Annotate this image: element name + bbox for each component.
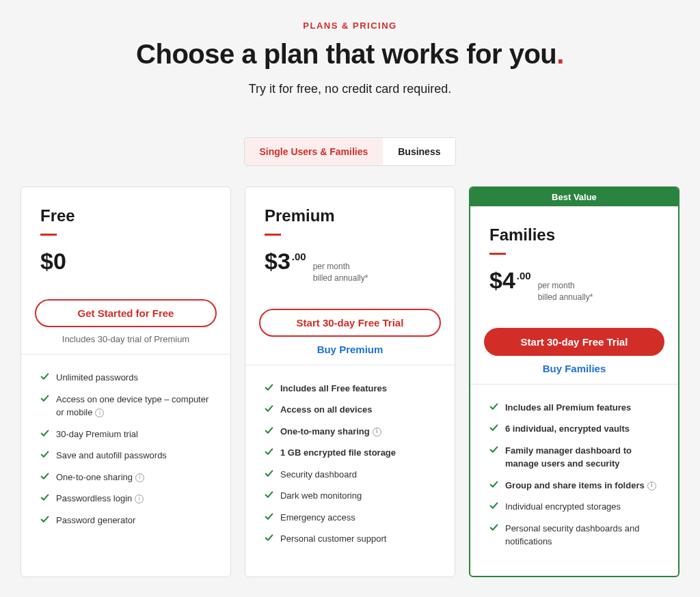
sub-cta: Includes 30-day trial of Premium bbox=[21, 334, 230, 344]
cta-button[interactable]: Start 30-day Free Trial bbox=[259, 309, 441, 337]
info-icon[interactable]: i bbox=[95, 408, 104, 417]
feature-text: Dark web monitoring bbox=[280, 489, 362, 503]
check-icon bbox=[40, 429, 49, 438]
feature-item: Access on one device type – computer or … bbox=[40, 393, 211, 419]
tab-single-users[interactable]: Single Users & Families bbox=[245, 138, 383, 165]
plan-card-families: Best ValueFamilies$4.00per monthbilled a… bbox=[469, 186, 679, 577]
cta-button[interactable]: Get Started for Free bbox=[35, 299, 217, 327]
feature-item: Password generator bbox=[40, 514, 211, 527]
cta-button[interactable]: Start 30-day Free Trial bbox=[484, 328, 664, 356]
feature-item: Individual encrypted storages bbox=[489, 500, 659, 514]
feature-text: 6 individual, encrypted vaults bbox=[505, 422, 630, 436]
feature-item: 6 individual, encrypted vaults bbox=[489, 422, 659, 436]
feature-text: Family manager dashboard to manage users… bbox=[505, 444, 659, 471]
feature-item: Dark web monitoring bbox=[265, 489, 435, 503]
check-icon bbox=[40, 372, 49, 381]
check-icon bbox=[265, 469, 273, 478]
check-icon bbox=[489, 402, 498, 411]
info-icon[interactable]: i bbox=[135, 495, 144, 503]
feature-item: 1 GB encrypted file storage bbox=[265, 446, 435, 460]
feature-list: Includes all Free featuresAccess on all … bbox=[245, 365, 455, 573]
feature-text: Emergency access bbox=[280, 511, 355, 525]
feature-text: Password generator bbox=[56, 514, 135, 527]
feature-item: Save and autofill passwords bbox=[40, 449, 211, 462]
feature-item: Group and share items in foldersi bbox=[489, 479, 659, 492]
feature-text: Group and share items in foldersi bbox=[505, 479, 656, 492]
plan-price: $3.00 bbox=[265, 248, 306, 275]
check-icon bbox=[489, 445, 498, 454]
headline-text: Choose a plan that works for you bbox=[136, 39, 556, 69]
feature-text: One-to-many sharingi bbox=[280, 425, 381, 439]
headline-dot: . bbox=[556, 39, 564, 69]
feature-text: One-to-one sharingi bbox=[56, 471, 144, 484]
info-icon[interactable]: i bbox=[647, 482, 656, 490]
check-icon bbox=[265, 404, 273, 413]
check-icon bbox=[489, 424, 498, 432]
feature-item: Access on all devices bbox=[265, 403, 435, 417]
feature-text: Save and autofill passwords bbox=[56, 449, 167, 462]
feature-text: Unlimited passwords bbox=[56, 371, 138, 385]
price-meta: per monthbilled annually* bbox=[538, 280, 593, 303]
feature-text: Security dashboard bbox=[280, 468, 357, 482]
feature-text: Access on one device type – computer or … bbox=[56, 393, 211, 419]
feature-item: One-to-one sharingi bbox=[40, 471, 211, 484]
plan-card-free: Free$0Get Started for FreeIncludes 30-da… bbox=[21, 186, 231, 577]
feature-text: Includes all Premium features bbox=[505, 401, 631, 415]
check-icon bbox=[40, 493, 49, 502]
feature-item: Includes all Free features bbox=[265, 382, 435, 395]
feature-text: Personal customer support bbox=[280, 532, 386, 546]
tab-business[interactable]: Business bbox=[383, 138, 455, 165]
check-icon bbox=[265, 447, 273, 456]
feature-item: Emergency access bbox=[265, 511, 435, 525]
feature-text: Personal security dashboards and notific… bbox=[505, 522, 659, 549]
feature-list: Unlimited passwordsAccess on one device … bbox=[21, 355, 230, 554]
feature-text: Access on all devices bbox=[280, 403, 372, 417]
page-title: Choose a plan that works for you. bbox=[21, 39, 679, 70]
info-icon[interactable]: i bbox=[373, 428, 381, 436]
feature-item: Personal security dashboards and notific… bbox=[489, 522, 659, 549]
info-icon[interactable]: i bbox=[135, 473, 144, 482]
check-icon bbox=[265, 426, 273, 435]
tab-group: Single Users & Families Business bbox=[21, 137, 679, 166]
sub-cta[interactable]: Buy Families bbox=[470, 363, 678, 374]
feature-text: Includes all Free features bbox=[280, 382, 387, 395]
subheadline: Try it for free, no credit card required… bbox=[21, 82, 679, 96]
feature-item: Unlimited passwords bbox=[40, 371, 211, 385]
price-meta: per monthbilled annually* bbox=[313, 261, 368, 284]
feature-item: Family manager dashboard to manage users… bbox=[489, 444, 659, 471]
plan-name: Families bbox=[489, 225, 659, 245]
plan-card-premium: Premium$3.00per monthbilled annually*Sta… bbox=[245, 186, 455, 577]
check-icon bbox=[265, 490, 273, 499]
check-icon bbox=[40, 394, 49, 403]
check-icon bbox=[489, 523, 498, 532]
feature-item: Personal customer support bbox=[265, 532, 435, 546]
sub-cta[interactable]: Buy Premium bbox=[245, 344, 455, 355]
check-icon bbox=[265, 383, 273, 392]
check-icon bbox=[40, 450, 49, 459]
feature-item: Security dashboard bbox=[265, 468, 435, 482]
feature-text: Individual encrypted storages bbox=[505, 500, 621, 514]
feature-text: 30-day Premium trial bbox=[56, 428, 138, 441]
check-icon bbox=[489, 480, 498, 489]
check-icon bbox=[40, 515, 49, 524]
check-icon bbox=[265, 533, 273, 542]
plan-name: Free bbox=[40, 206, 211, 225]
feature-item: One-to-many sharingi bbox=[265, 425, 435, 439]
accent-bar bbox=[40, 234, 57, 236]
check-icon bbox=[40, 472, 49, 481]
feature-item: 30-day Premium trial bbox=[40, 428, 211, 441]
feature-list: Includes all Premium features6 individua… bbox=[470, 385, 678, 576]
eyebrow: PLANS & PRICING bbox=[21, 20, 679, 31]
accent-bar bbox=[489, 253, 506, 255]
feature-text: 1 GB encrypted file storage bbox=[280, 446, 396, 460]
accent-bar bbox=[265, 234, 281, 236]
check-icon bbox=[265, 512, 273, 521]
best-value-badge: Best Value bbox=[470, 188, 678, 206]
feature-text: Passwordless logini bbox=[56, 492, 144, 505]
plan-price: $0 bbox=[40, 248, 66, 275]
plan-name: Premium bbox=[265, 206, 435, 225]
plan-price: $4.00 bbox=[489, 267, 531, 294]
feature-item: Includes all Premium features bbox=[489, 401, 659, 415]
feature-item: Passwordless logini bbox=[40, 492, 211, 505]
check-icon bbox=[489, 501, 498, 510]
